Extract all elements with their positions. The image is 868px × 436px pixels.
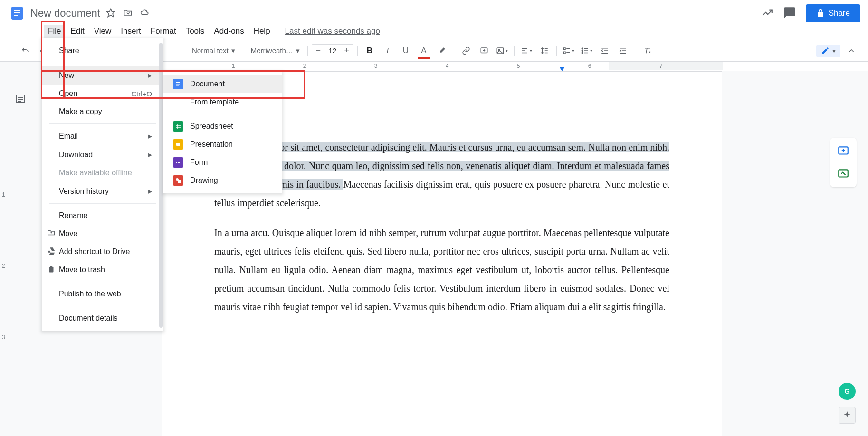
file-offline: Make available offline [42,164,163,182]
last-edit-link[interactable]: Last edit was seconds ago [285,27,380,36]
new-spreadsheet[interactable]: Spreadsheet [163,117,282,135]
line-spacing-button[interactable] [536,44,553,58]
file-move[interactable]: Move [42,225,163,243]
increase-indent-button[interactable] [615,44,631,58]
paragraph-1[interactable]: Lorem ipsum dolor sit amet, consectetur … [214,138,669,212]
text-color-button[interactable]: A [416,44,432,58]
cloud-status-icon[interactable] [140,8,150,19]
new-drawing[interactable]: Drawing [163,171,282,190]
insert-image-button[interactable]: ▾ [494,44,510,58]
suggest-edits-icon[interactable] [834,164,853,183]
new-from-template[interactable]: From template [163,93,282,111]
ruler-horizontal[interactable]: 1 2 3 4 5 6 7 [40,62,868,71]
undo-button[interactable] [17,44,33,58]
svg-rect-1 [14,10,20,11]
font-size-plus[interactable]: + [341,46,353,56]
svg-rect-48 [178,161,180,161]
insert-link-button[interactable] [458,44,474,58]
font-size-control: − 12 + [312,44,353,57]
svg-marker-4 [106,9,114,17]
menu-format[interactable]: Format [146,25,181,38]
font-size-value[interactable]: 12 [324,47,341,55]
svg-rect-50 [178,162,180,163]
ruler-vertical: 1 2 3 [0,71,10,436]
file-email[interactable]: Email▸ [42,127,163,145]
explore-button[interactable] [839,407,856,424]
trash-icon [47,265,56,275]
svg-rect-3 [14,15,18,16]
forms-icon [173,157,183,168]
chevron-up-icon[interactable] [843,44,859,58]
svg-rect-40 [176,82,180,83]
file-version-history[interactable]: Version history▸ [42,182,163,200]
file-new[interactable]: New▸ [42,66,163,85]
svg-rect-2 [14,12,20,13]
svg-rect-18 [564,52,566,54]
insert-comment-button[interactable] [476,44,492,58]
file-make-copy[interactable]: Make a copy [42,103,163,121]
svg-rect-47 [176,161,177,161]
sheets-icon [173,121,183,132]
bold-button[interactable]: B [362,44,378,58]
clear-formatting-button[interactable] [639,44,655,58]
activity-icon[interactable] [761,7,773,20]
file-menu-dropdown: Share New▸ OpenCtrl+O Make a copy Email▸… [42,38,163,331]
decrease-indent-button[interactable] [597,44,613,58]
checklist-button[interactable]: ▾ [561,44,577,58]
underline-button[interactable]: U [398,44,414,58]
file-publish[interactable]: Publish to the web [42,285,163,303]
paragraph-2[interactable]: In a urna arcu. Quisque aliquet lorem id… [214,224,669,316]
drawings-icon [173,175,183,186]
new-document[interactable]: Document [163,75,282,93]
svg-point-20 [582,48,583,49]
menu-tools[interactable]: Tools [181,25,209,38]
grammarly-icon[interactable]: G [839,383,856,400]
menu-addons[interactable]: Add-ons [210,25,248,38]
bulleted-list-button[interactable]: ▾ [579,44,595,58]
file-add-shortcut[interactable]: Add shortcut to Drive [42,243,163,261]
menu-help[interactable]: Help [249,25,275,38]
star-icon[interactable] [106,8,115,19]
title-bar: New document Share [0,0,868,23]
svg-rect-46 [176,143,180,146]
move-folder-icon[interactable] [123,8,133,19]
menu-file[interactable]: File [44,25,65,38]
move-icon [47,228,56,239]
svg-point-22 [582,50,583,51]
italic-button[interactable]: I [380,44,396,58]
new-presentation[interactable]: Presentation [163,135,282,153]
new-form[interactable]: Form [163,153,282,171]
paragraph-style-dropdown[interactable]: Normal text▾ [188,44,239,58]
file-open[interactable]: OpenCtrl+O [42,85,163,103]
align-button[interactable]: ▾ [518,44,534,58]
file-download[interactable]: Download▸ [42,145,163,164]
svg-point-24 [582,52,583,54]
svg-rect-42 [176,85,179,86]
menu-view[interactable]: View [90,25,116,38]
file-trash[interactable]: Move to trash [42,261,163,279]
indent-marker-icon[interactable] [560,67,564,71]
font-size-minus[interactable]: − [312,46,324,56]
menu-bar: File Edit View Insert Format Tools Add-o… [0,23,868,40]
docs-icon [173,79,183,89]
document-title[interactable]: New document [30,7,100,19]
file-rename[interactable]: Rename [42,207,163,225]
font-dropdown[interactable]: Merriweath…▾ [247,44,304,58]
svg-rect-52 [178,180,181,183]
share-button[interactable]: Share [806,4,860,22]
outline-toggle-icon[interactable] [12,90,29,107]
add-comment-icon[interactable] [834,142,853,161]
docs-logo-icon[interactable] [8,4,27,23]
svg-rect-16 [564,48,566,50]
highlight-button[interactable] [434,44,450,58]
file-details[interactable]: Document details [42,309,163,327]
drive-icon [47,246,56,257]
editing-mode-button[interactable]: ▾ [816,45,840,57]
menu-edit[interactable]: Edit [66,25,88,38]
new-submenu: Document From template Spreadsheet Prese… [163,71,282,193]
side-actions [830,138,857,187]
comments-icon[interactable] [783,6,796,21]
menu-insert[interactable]: Insert [116,25,145,38]
file-share[interactable]: Share [42,42,163,60]
svg-rect-49 [176,162,177,163]
